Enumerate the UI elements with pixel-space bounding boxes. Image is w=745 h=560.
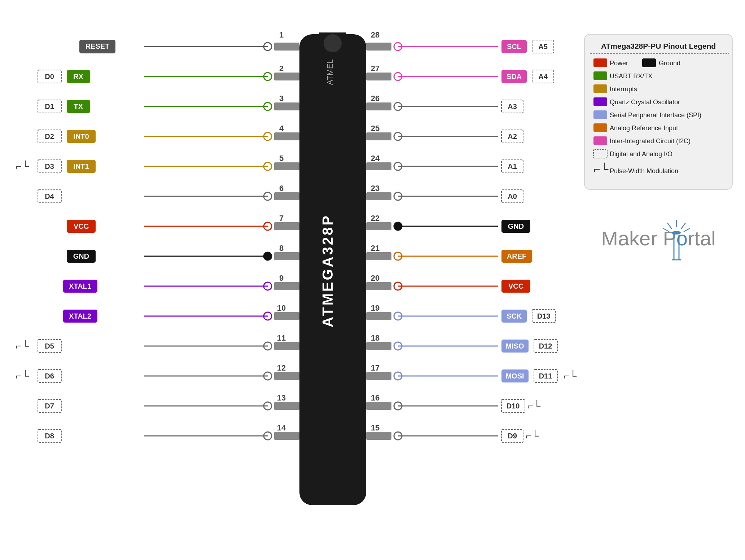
svg-rect-44	[274, 312, 299, 320]
pin-num-27: 27	[371, 64, 380, 73]
pin-num-13: 13	[277, 393, 286, 402]
pin-num-10: 10	[277, 303, 286, 312]
legend-aref: Analog Reference Input	[610, 124, 678, 132]
svg-rect-121	[366, 432, 391, 440]
legend-spi: Serial Peripheral Interface (SPI)	[610, 111, 701, 119]
svg-rect-23	[274, 162, 299, 170]
d9-label: D9	[508, 432, 517, 440]
svg-rect-74	[366, 102, 391, 110]
a1-label: A1	[508, 162, 517, 170]
legend-ground: Ground	[659, 60, 680, 67]
int0-label: INT0	[73, 132, 89, 140]
d6-label: D6	[45, 372, 54, 380]
pinout-diagram: ATMEGA328P ATMEL 1 RESET 2 D0 RX 3 D1 TX	[0, 0, 745, 560]
svg-rect-98	[366, 282, 391, 290]
svg-rect-133	[593, 123, 607, 132]
svg-rect-52	[274, 372, 299, 380]
pwm-symbol-d10: ⌐└	[527, 400, 540, 411]
d3-label: D3	[45, 162, 54, 170]
legend-dio: Digital and Analog I/O	[610, 150, 672, 158]
pin-num-9: 9	[279, 274, 284, 283]
pwm-symbol-d11: ⌐└	[564, 370, 577, 381]
mosi-label: MOSI	[505, 372, 524, 380]
sda-label: SDA	[507, 73, 522, 80]
svg-rect-107	[366, 342, 391, 350]
a5-label: A5	[538, 43, 548, 51]
d4-label: D4	[45, 192, 54, 200]
pwm-symbol-d6: ⌐└	[16, 370, 29, 381]
legend-pwm-symbol: ⌐└	[593, 162, 609, 176]
svg-rect-134	[593, 136, 607, 145]
svg-rect-69	[366, 73, 391, 80]
svg-rect-132	[593, 110, 607, 119]
miso-label: MISO	[505, 342, 524, 350]
xtal2-label: XTAL2	[69, 312, 91, 320]
pin-num-26: 26	[371, 94, 380, 103]
sck-label: SCK	[507, 312, 522, 320]
d7-label: D7	[45, 402, 54, 410]
svg-rect-36	[274, 252, 299, 260]
chip-brand: ATMEL	[325, 59, 334, 85]
svg-rect-131	[593, 97, 607, 106]
pin-num-3: 3	[279, 94, 284, 103]
pin-num-25: 25	[371, 124, 380, 133]
aref-label: AREF	[507, 252, 526, 260]
svg-point-136	[672, 231, 681, 235]
vcc-left-label: VCC	[74, 222, 89, 230]
legend-power: Power	[610, 60, 628, 67]
pin-num-20: 20	[371, 274, 380, 283]
pin-num-19: 19	[371, 303, 380, 312]
pin-num-23: 23	[371, 184, 380, 193]
legend-pwm: Pulse-Width Modulation	[610, 167, 678, 175]
xtal1-label: XTAL1	[69, 282, 91, 290]
legend-quartz: Quartz Crystal Oscillator	[610, 99, 680, 106]
svg-rect-86	[366, 192, 391, 200]
pin-num-7: 7	[279, 214, 284, 223]
rx-label: RX	[73, 73, 83, 80]
pin-num-14: 14	[277, 423, 286, 432]
a4-label: A4	[538, 73, 548, 80]
pin-num-1: 1	[279, 30, 284, 39]
d5-label: D5	[45, 342, 54, 350]
a0-label: A0	[508, 192, 517, 200]
svg-rect-127	[593, 58, 607, 67]
svg-rect-32	[274, 222, 299, 230]
svg-rect-64	[366, 43, 391, 51]
pwm-symbol-d9: ⌐└	[526, 430, 539, 441]
d2-label: D2	[45, 132, 54, 140]
svg-rect-129	[593, 71, 607, 80]
pin-num-21: 21	[371, 244, 380, 253]
pin-num-11: 11	[277, 333, 286, 342]
svg-rect-117	[366, 402, 391, 410]
pin-num-2: 2	[279, 64, 284, 73]
pin-num-16: 16	[371, 393, 380, 402]
pin-num-22: 22	[371, 214, 380, 223]
main-container: ATMEGA328P ATMEL 1 RESET 2 D0 RX 3 D1 TX	[0, 0, 745, 560]
d1-label: D1	[45, 102, 54, 110]
svg-rect-94	[366, 252, 391, 260]
svg-rect-4	[274, 43, 299, 51]
pin-num-4: 4	[279, 124, 284, 133]
pin-num-28: 28	[371, 30, 380, 39]
vcc-right-label: VCC	[508, 282, 523, 290]
legend-interrupts: Interrupts	[610, 86, 637, 93]
svg-rect-18	[274, 132, 299, 140]
pwm-symbol-d3: ⌐└	[16, 160, 29, 172]
svg-rect-102	[366, 312, 391, 320]
pin-num-6: 6	[279, 184, 284, 193]
d13-label: D13	[537, 312, 551, 320]
pin-num-17: 17	[371, 363, 380, 372]
reset-label: RESET	[86, 42, 110, 50]
svg-rect-112	[366, 372, 391, 380]
d11-label: D11	[539, 372, 552, 380]
legend-title: ATmega328P-PU Pinout Legend	[601, 42, 716, 50]
pin-num-18: 18	[371, 333, 380, 342]
gnd-right-label: GND	[508, 222, 524, 230]
legend-usart: USART RX/TX	[610, 73, 652, 80]
svg-rect-60	[274, 432, 299, 440]
legend-i2c: Inter-Integrated Circuit (I2C)	[610, 137, 691, 145]
svg-rect-130	[593, 84, 607, 93]
svg-rect-82	[366, 162, 391, 170]
pin-num-15: 15	[371, 423, 380, 432]
chip-label: ATMEGA328P	[320, 214, 336, 327]
